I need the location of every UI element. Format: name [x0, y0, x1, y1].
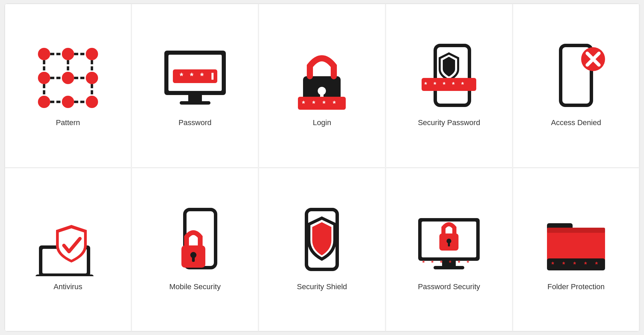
svg-rect-23 [180, 101, 210, 105]
svg-text:*: * [440, 259, 442, 266]
icon-cell-mobile-security: Mobile Security [132, 168, 258, 332]
icon-cell-pattern: Pattern [5, 4, 132, 168]
icon-cell-antivirus: Antivirus [5, 168, 132, 332]
svg-text:*: * [422, 259, 425, 266]
svg-text:*: * [190, 71, 194, 81]
svg-text:*: * [431, 259, 434, 266]
svg-point-3 [38, 72, 50, 84]
svg-rect-63 [434, 266, 464, 269]
pattern-label: Pattern [56, 118, 80, 127]
svg-text:*: * [312, 99, 315, 108]
login-label: Login [313, 118, 331, 127]
svg-text:*: * [180, 71, 183, 81]
svg-text:*: * [323, 99, 326, 108]
svg-text:*: * [434, 81, 436, 88]
access-denied-icon [542, 44, 610, 112]
security-password-icon: * * * * * [415, 44, 483, 112]
password-security-label: Password Security [418, 282, 480, 291]
svg-rect-32 [298, 97, 346, 110]
svg-text:*: * [562, 260, 565, 268]
svg-rect-57 [192, 256, 195, 262]
icon-cell-access-denied: Access Denied [513, 4, 640, 168]
svg-text:*: * [461, 81, 464, 88]
icon-cell-security-password: * * * * * Security Password [386, 4, 512, 168]
security-shield-label: Security Shield [297, 282, 347, 291]
svg-text:*: * [449, 259, 451, 266]
svg-point-5 [86, 72, 98, 84]
svg-point-0 [38, 48, 50, 60]
svg-text:*: * [458, 259, 460, 266]
pattern-icon [34, 44, 102, 112]
password-icon: * * * [161, 44, 229, 112]
password-label: Password [178, 118, 211, 127]
svg-text:*: * [200, 71, 204, 81]
antivirus-label: Antivirus [54, 282, 82, 291]
svg-text:*: * [452, 81, 455, 88]
mobile-security-label: Mobile Security [169, 282, 221, 291]
svg-rect-22 [188, 95, 202, 102]
svg-text:*: * [443, 81, 446, 88]
svg-rect-39 [422, 78, 476, 91]
svg-text:*: * [302, 99, 305, 108]
icon-cell-folder-protection: * * * * * Folder Protection [513, 168, 640, 332]
svg-point-8 [86, 96, 98, 108]
security-shield-icon [288, 208, 356, 276]
svg-text:*: * [551, 260, 554, 268]
icon-grid: Pattern * * * Password [4, 3, 640, 332]
icon-cell-password: * * * Password [132, 4, 258, 168]
svg-rect-66 [448, 242, 450, 246]
svg-rect-52 [36, 274, 94, 276]
mobile-security-icon [161, 208, 229, 276]
access-denied-label: Access Denied [551, 118, 601, 127]
antivirus-icon [34, 208, 102, 276]
svg-text:*: * [584, 260, 587, 268]
svg-point-4 [62, 72, 74, 84]
folder-protection-label: Folder Protection [547, 282, 605, 291]
svg-text:*: * [467, 259, 469, 266]
icon-cell-login: * * * * Login [259, 4, 385, 168]
svg-text:*: * [424, 81, 427, 88]
svg-text:*: * [573, 260, 576, 268]
svg-point-6 [38, 96, 50, 108]
login-icon: * * * * [288, 44, 356, 112]
svg-rect-28 [211, 73, 214, 80]
password-security-icon: * * * * * * [415, 208, 483, 276]
svg-text:*: * [595, 260, 598, 268]
security-password-label: Security Password [418, 118, 480, 127]
svg-rect-75 [547, 228, 605, 233]
svg-text:*: * [333, 99, 336, 108]
svg-point-1 [62, 48, 74, 60]
svg-point-2 [86, 48, 98, 60]
icon-cell-password-security: * * * * * * Password Security [386, 168, 512, 332]
icon-cell-security-shield: Security Shield [259, 168, 385, 332]
svg-point-7 [62, 96, 74, 108]
folder-protection-icon: * * * * * [542, 208, 610, 276]
